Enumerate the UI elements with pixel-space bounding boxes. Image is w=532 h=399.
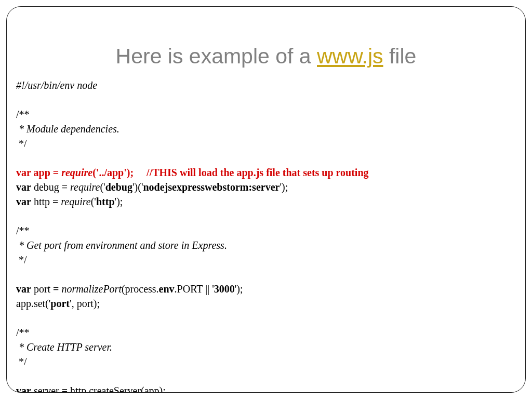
code-line: var debug = require('debug')('nodejsexpr… — [16, 181, 288, 193]
code-line: #!/usr/bin/env node — [16, 79, 97, 91]
code-line: * Create HTTP server. — [16, 341, 112, 353]
code-line: /** — [16, 225, 30, 236]
code-line: */ — [16, 254, 27, 265]
slide-card: Here is example of a www.js file #!/usr/… — [6, 6, 526, 393]
title-prefix: Here is example of a — [116, 44, 317, 68]
code-line: /** — [16, 327, 30, 338]
title-suffix: file — [383, 44, 417, 68]
code-block: #!/usr/bin/env node /** * Module depende… — [16, 78, 525, 393]
slide-title: Here is example of a www.js file — [7, 44, 525, 69]
code-line: */ — [16, 356, 27, 367]
code-line: * Get port from environment and store in… — [16, 240, 227, 251]
code-line: */ — [16, 138, 27, 149]
code-line: /** — [16, 109, 30, 120]
title-link[interactable]: www.js — [317, 44, 383, 68]
code-line: var port = normalizePort(process.env.POR… — [16, 283, 243, 295]
code-line: app.set('port', port); — [16, 298, 100, 309]
code-line: var http = require('http'); — [16, 196, 123, 207]
code-line: var server = http.createServer(app); — [16, 385, 166, 393]
code-line: * Module dependencies. — [16, 123, 119, 135]
code-line-highlight: var app = require('../app'); //THIS will… — [16, 167, 369, 178]
